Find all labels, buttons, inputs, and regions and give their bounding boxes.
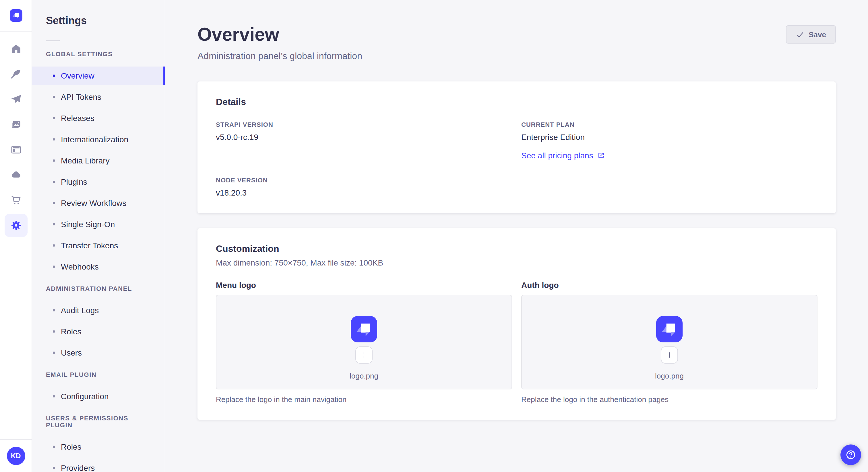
field-value: v5.0.0-rc.19 bbox=[216, 133, 512, 142]
subnav-divider bbox=[46, 40, 60, 41]
menu-logo-field: Menu logo bbox=[216, 280, 512, 404]
strapi-logo-icon bbox=[351, 316, 377, 342]
menu-logo-preview bbox=[351, 316, 377, 342]
sidebar-item-releases[interactable]: Releases bbox=[32, 109, 165, 127]
customization-card-subtitle: Max dimension: 750×750, Max file size: 1… bbox=[216, 258, 817, 267]
main-nav-rail: KD bbox=[0, 0, 32, 472]
rail-item-marketplace[interactable] bbox=[4, 189, 27, 212]
main-content: Overview Administration panel’s global i… bbox=[165, 0, 868, 472]
nav-list: Overview API Tokens Releases Internation… bbox=[32, 67, 165, 276]
question-mark-icon bbox=[845, 449, 857, 461]
page-subtitle: Administration panel’s global informatio… bbox=[197, 51, 362, 61]
bullet-icon bbox=[53, 244, 55, 247]
settings-subnav: Settings GLOBAL SETTINGS Overview API To… bbox=[32, 0, 165, 472]
nav-section-label: USERS & PERMISSIONS PLUGIN bbox=[46, 415, 151, 429]
rail-item-content-type-builder[interactable] bbox=[4, 138, 27, 161]
feather-icon bbox=[10, 68, 22, 80]
nav-list: Audit Logs Roles Users bbox=[32, 301, 165, 362]
cloud-icon bbox=[10, 169, 22, 181]
strapi-logo-icon bbox=[9, 9, 22, 22]
bullet-icon bbox=[53, 223, 55, 225]
bullet-icon bbox=[53, 446, 55, 448]
rail-user-section: KD bbox=[0, 439, 32, 472]
subnav-title: Settings bbox=[46, 15, 151, 27]
bullet-icon bbox=[53, 181, 55, 183]
strapi-logo[interactable] bbox=[9, 9, 22, 22]
sidebar-item-overview[interactable]: Overview bbox=[32, 67, 165, 85]
save-button-label: Save bbox=[809, 30, 826, 39]
rail-item-settings[interactable] bbox=[4, 214, 27, 237]
save-button[interactable]: Save bbox=[786, 25, 836, 43]
sidebar-item-admin-users[interactable]: Users bbox=[32, 343, 165, 362]
field-value: Enterprise Edition bbox=[521, 133, 817, 142]
sidebar-item-email-configuration[interactable]: Configuration bbox=[32, 387, 165, 405]
pictures-icon bbox=[10, 119, 22, 130]
paper-plane-icon bbox=[10, 94, 22, 105]
check-icon bbox=[795, 30, 804, 39]
nav-list: Configuration bbox=[32, 387, 165, 405]
sidebar-item-up-roles[interactable]: Roles bbox=[32, 438, 165, 456]
menu-logo-add-button[interactable] bbox=[355, 346, 373, 363]
bullet-icon bbox=[53, 467, 55, 469]
auth-logo-field: Auth logo bbox=[521, 280, 817, 404]
menu-logo-hint: Replace the logo in the main navigation bbox=[216, 395, 512, 404]
field-node-version: NODE VERSION v18.20.3 bbox=[216, 177, 512, 197]
bullet-icon bbox=[53, 395, 55, 398]
sidebar-item-label: Roles bbox=[61, 442, 82, 451]
rail-item-content-manager[interactable] bbox=[4, 63, 27, 86]
sidebar-item-plugins[interactable]: Plugins bbox=[32, 173, 165, 191]
sidebar-item-transfer-tokens[interactable]: Transfer Tokens bbox=[32, 236, 165, 255]
user-avatar[interactable]: KD bbox=[7, 447, 25, 465]
bullet-icon bbox=[53, 202, 55, 204]
details-grid: STRAPI VERSION v5.0.0-rc.19 CURRENT PLAN… bbox=[216, 121, 817, 197]
bullet-icon bbox=[53, 96, 55, 98]
app: KD Settings GLOBAL SETTINGS Overview API… bbox=[0, 0, 868, 472]
field-label: NODE VERSION bbox=[216, 177, 512, 183]
field-strapi-version: STRAPI VERSION v5.0.0-rc.19 bbox=[216, 121, 512, 161]
bullet-icon bbox=[53, 266, 55, 268]
field-value: v18.20.3 bbox=[216, 188, 512, 197]
nav-section-label: EMAIL PLUGIN bbox=[46, 371, 151, 378]
sidebar-item-webhooks[interactable]: Webhooks bbox=[32, 258, 165, 276]
sidebar-item-review-workflows[interactable]: Review Workflows bbox=[32, 194, 165, 212]
rail-item-home[interactable] bbox=[4, 37, 27, 60]
page-header: Overview Administration panel’s global i… bbox=[197, 0, 836, 61]
sidebar-item-audit-logs[interactable]: Audit Logs bbox=[32, 301, 165, 319]
auth-logo-add-button[interactable] bbox=[661, 346, 678, 363]
auth-logo-hint: Replace the logo in the authentication p… bbox=[521, 395, 817, 404]
pricing-plans-link-label: See all pricing plans bbox=[521, 151, 593, 160]
plus-icon bbox=[360, 350, 369, 359]
rail-icon-list bbox=[0, 37, 32, 239]
sidebar-item-admin-roles[interactable]: Roles bbox=[32, 322, 165, 341]
rail-item-deploy[interactable] bbox=[4, 164, 27, 187]
customization-card-title: Customization bbox=[216, 244, 817, 254]
pricing-plans-link[interactable]: See all pricing plans bbox=[521, 151, 605, 160]
details-card-title: Details bbox=[216, 97, 817, 107]
sidebar-item-label: Internationalization bbox=[61, 135, 128, 144]
menu-logo-filename: logo.png bbox=[350, 371, 378, 380]
sidebar-item-internationalization[interactable]: Internationalization bbox=[32, 130, 165, 148]
nav-section-email-plugin: EMAIL PLUGIN Configuration bbox=[32, 371, 165, 405]
layout-icon bbox=[10, 144, 22, 156]
auth-logo-box: logo.png bbox=[521, 295, 817, 390]
nav-section-label: GLOBAL SETTINGS bbox=[46, 50, 151, 57]
rail-item-media-library[interactable] bbox=[4, 113, 27, 136]
sidebar-item-media-library[interactable]: Media Library bbox=[32, 151, 165, 170]
sidebar-item-api-tokens[interactable]: API Tokens bbox=[32, 88, 165, 106]
auth-logo-preview bbox=[656, 316, 683, 342]
bullet-icon bbox=[53, 138, 55, 140]
field-label: STRAPI VERSION bbox=[216, 121, 512, 128]
help-button[interactable] bbox=[840, 444, 861, 465]
cart-icon bbox=[10, 194, 22, 206]
sidebar-item-label: Roles bbox=[61, 327, 82, 336]
sidebar-item-single-sign-on[interactable]: Single Sign-On bbox=[32, 215, 165, 233]
menu-logo-box: logo.png bbox=[216, 295, 512, 390]
details-card: Details STRAPI VERSION v5.0.0-rc.19 CURR… bbox=[197, 81, 836, 213]
bullet-icon bbox=[53, 330, 55, 333]
sidebar-item-label: Plugins bbox=[61, 177, 87, 187]
bullet-icon bbox=[53, 117, 55, 119]
sidebar-item-up-providers[interactable]: Providers bbox=[32, 459, 165, 472]
sidebar-item-label: Webhooks bbox=[61, 262, 99, 271]
rail-item-releases[interactable] bbox=[4, 88, 27, 111]
strapi-logo-icon bbox=[656, 316, 683, 342]
